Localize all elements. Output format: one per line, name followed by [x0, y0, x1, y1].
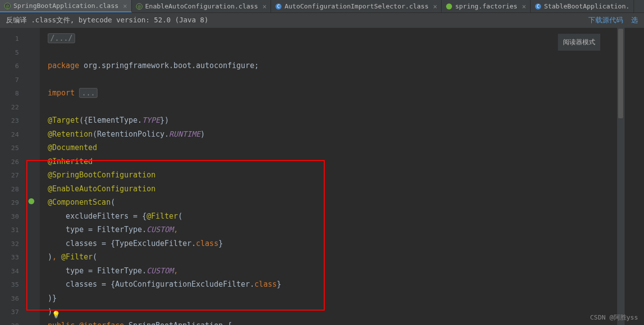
line-number: 36 [0, 292, 26, 306]
tab-stablebootapplication[interactable]: C StableBootApplication. [531, 0, 634, 12]
line-number: 23 [0, 114, 26, 128]
line-number-gutter[interactable]: 1 5 6 7 8 22 23 24 25 26 27 28 29 30 31 … [0, 28, 26, 325]
annotation-icon: @ [136, 3, 143, 10]
tab-label: AutoConfigurationImportSelector.class [284, 2, 429, 10]
line-number: 6 [0, 59, 26, 73]
line-number: 35 [0, 278, 26, 292]
spring-icon [446, 3, 453, 10]
line-number: 1 [0, 32, 26, 46]
tab-label: spring.factories [455, 2, 517, 10]
code-editor[interactable]: 阅读器模式 /.../ package org.springframework.… [40, 28, 624, 325]
tab-label: EnableAutoConfiguration.class [145, 2, 258, 10]
svg-text:@: @ [138, 4, 141, 9]
class-icon: C [535, 3, 542, 10]
line-number: 25 [0, 141, 26, 155]
line-number: 32 [0, 237, 26, 251]
line-number: 8 [0, 86, 26, 100]
line-number: 27 [0, 168, 26, 182]
intention-bulb-icon[interactable]: 💡 [52, 308, 60, 322]
download-source-link[interactable]: 下载源代码 [588, 16, 623, 25]
info-links: 下载源代码 选 [588, 16, 638, 25]
spring-gutter-icon[interactable] [28, 196, 35, 210]
annotation-icon: @ [4, 2, 11, 9]
line-number: 7 [0, 73, 26, 87]
vertical-scrollbar[interactable] [617, 28, 624, 325]
folded-region[interactable]: /.../ [48, 33, 75, 43]
class-icon: C [275, 3, 282, 10]
line-number: 24 [0, 128, 26, 142]
editor-area: 1 5 6 7 8 22 23 24 25 26 27 28 29 30 31 … [0, 28, 644, 325]
line-number: 37 [0, 305, 26, 319]
line-number: 29 [0, 196, 26, 210]
close-icon[interactable]: × [522, 2, 526, 10]
choose-link[interactable]: 选 [631, 16, 638, 25]
close-icon[interactable]: × [263, 2, 267, 10]
line-number: 28 [0, 182, 26, 196]
close-icon[interactable]: × [123, 2, 127, 10]
svg-point-6 [446, 3, 452, 9]
svg-text:C: C [277, 4, 279, 9]
line-number: 26 [0, 155, 26, 169]
folded-region[interactable]: ... [79, 88, 97, 98]
tab-springbootapplication[interactable]: @ SpringBootApplication.class × [0, 0, 132, 12]
line-number: 31 [0, 223, 26, 237]
fold-column[interactable] [26, 28, 40, 325]
line-number: 30 [0, 210, 26, 224]
tab-enableautoconfiguration[interactable]: @ EnableAutoConfiguration.class × [132, 0, 271, 12]
close-icon[interactable]: × [433, 2, 437, 10]
tab-autoconfigimportselector[interactable]: C AutoConfigurationImportSelector.class … [271, 0, 442, 12]
scroll-thumb[interactable] [618, 29, 623, 118]
tab-springfactories[interactable]: spring.factories × [442, 0, 531, 12]
tab-label: SpringBootApplication.class [13, 2, 118, 9]
line-number: 22 [0, 100, 26, 114]
line-number: 5 [0, 46, 26, 60]
line-number: 38 [0, 319, 26, 325]
tab-label: StableBootApplication. [544, 2, 630, 10]
decompile-info-bar: 反编译 .class文件, bytecode version: 52.0 (Ja… [0, 13, 644, 28]
svg-text:@: @ [6, 3, 9, 8]
line-number: 33 [0, 250, 26, 264]
watermark: CSDN @阿胜yss [590, 313, 638, 322]
decompile-info-text: 反编译 .class文件, bytecode version: 52.0 (Ja… [6, 16, 208, 25]
editor-tabs-bar: @ SpringBootApplication.class × @ Enable… [0, 0, 644, 13]
svg-text:C: C [537, 4, 539, 9]
line-number: 34 [0, 264, 26, 278]
svg-point-9 [28, 198, 34, 204]
minimap[interactable] [624, 28, 644, 325]
reader-mode-badge[interactable]: 阅读器模式 [558, 34, 600, 51]
